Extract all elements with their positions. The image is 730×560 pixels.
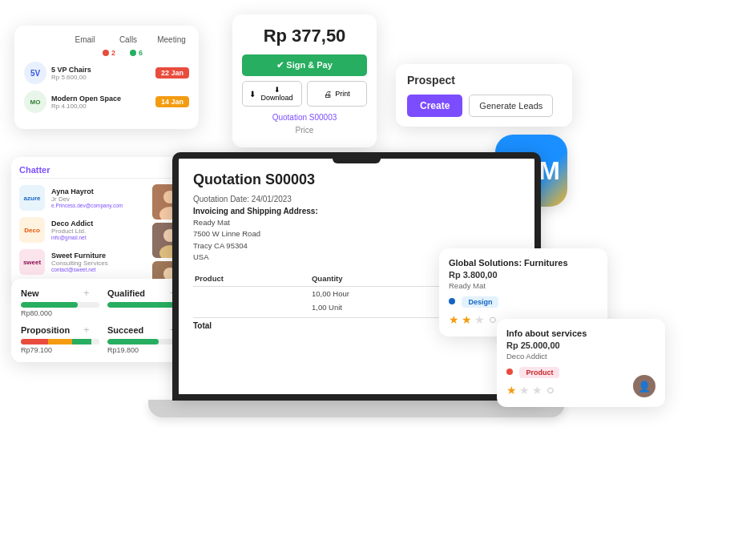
price-amount: Rp 377,50 — [242, 26, 367, 46]
activity-row-1: 5V 5 VP Chairs Rp 5.600,00 22 Jan — [24, 62, 189, 84]
quotation-link[interactable]: Quotation S00003 — [242, 113, 367, 122]
is-title: Info about services — [506, 328, 655, 338]
is-customer: Deco Addict — [506, 352, 655, 361]
sign-pay-button[interactable]: ✔ Sign & Pay — [242, 54, 367, 76]
kanban-label-new: New — [21, 288, 79, 298]
dot-indicator-calls: 6 — [130, 49, 143, 57]
kanban-bar-proposition — [21, 339, 99, 344]
gs-price: Rp 3.800,00 — [449, 270, 598, 280]
col-email: Email — [71, 35, 99, 44]
quotation-date: Quotation Date: 24/01/2023 — [193, 195, 520, 203]
is-star-1: ★ — [506, 384, 517, 397]
circle-icon: ○ — [489, 312, 497, 327]
is-star-3: ★ — [532, 384, 542, 397]
is-price: Rp 25.000,00 — [506, 340, 655, 350]
gs-tag: Design — [462, 296, 498, 308]
kanban-plus-new[interactable]: + — [83, 287, 90, 299]
activity-badges-1: 22 Jan — [155, 67, 189, 79]
dot-green — [130, 50, 136, 56]
is-star-2: ★ — [519, 384, 530, 397]
contact-logo-deco: Deco — [19, 217, 45, 243]
badge-22jan: 22 Jan — [155, 67, 189, 79]
gs-legend-dot — [449, 298, 455, 304]
is-circle-icon: ○ — [546, 383, 555, 397]
col-empty — [300, 271, 310, 287]
print-icon: 🖨 — [324, 90, 332, 99]
activity-name-1: 5 VP Chairs — [51, 66, 151, 74]
kanban-label-proposition: Proposition — [21, 325, 79, 335]
is-tag: Product — [519, 367, 559, 378]
gs-title: Global Solutions: Furnitures — [449, 258, 598, 268]
activity-info-1: 5 VP Chairs Rp 5.600,00 — [51, 66, 151, 81]
avatar-modern: MO — [24, 91, 46, 113]
dot-red — [103, 50, 109, 56]
generate-leads-button[interactable]: Generate Leads — [469, 95, 553, 117]
kanban-new: New + Rp80.000 — [21, 287, 99, 317]
star-2: ★ — [462, 313, 472, 326]
download-button[interactable]: ⬇ ⬇ Download — [242, 81, 302, 107]
activity-info-2: Modern Open Space Rp 4.100,00 — [51, 95, 151, 110]
star-3: ★ — [474, 313, 485, 326]
info-services-card: Info about services Rp 25.000,00 Deco Ad… — [497, 319, 665, 407]
activity-price-1: Rp 5.600,00 — [51, 74, 151, 81]
contact-info-2: Deco Addict Product Ltd. info@gmail.net — [51, 220, 93, 240]
prospect-buttons: Create Generate Leads — [407, 95, 561, 117]
activity-card: Email Calls Meeting 2 6 5V 5 VP Chairs R… — [14, 26, 199, 129]
contact-row-1: azure Ayna Hayrot Jr Dev e.Princess.dev@… — [19, 185, 143, 211]
badge-14jan: 14 Jan — [155, 96, 189, 107]
activity-badges-2: 14 Jan — [155, 96, 189, 107]
gs-customer: Ready Mat — [449, 281, 598, 290]
col-calls: Calls — [114, 35, 143, 44]
avatar-5vp: 5V — [24, 62, 46, 84]
laptop-notch — [333, 159, 381, 163]
is-tag-wrap: Product — [506, 364, 655, 383]
btn-row: ⬇ ⬇ Download 🖨 Print — [242, 81, 367, 107]
prospect-card: Prospect Create Generate Leads — [396, 64, 572, 127]
prospect-title: Prospect — [407, 74, 561, 87]
activity-row-2: MO Modern Open Space Rp 4.100,00 14 Jan — [24, 91, 189, 113]
activity-price-2: Rp 4.100,00 — [51, 103, 151, 110]
create-button[interactable]: Create — [407, 95, 462, 117]
kanban-proposition: Proposition + Rp79.100 — [21, 324, 99, 354]
price-card: Rp 377,50 ✔ Sign & Pay ⬇ ⬇ Download 🖨 Pr… — [232, 14, 377, 147]
kanban-amount-proposition: Rp79.100 — [21, 346, 99, 354]
kanban-amount-new: Rp80.000 — [21, 309, 99, 317]
contact-row-3: sweet Sweet Furniture Consulting Service… — [19, 249, 143, 275]
download-icon: ⬇ — [249, 90, 256, 99]
price-label: Price — [296, 126, 314, 135]
activity-name-2: Modern Open Space — [51, 95, 151, 103]
dot-indicator-email: 2 — [103, 49, 115, 57]
contact-info-1: Ayna Hayrot Jr Dev e.Princess.dev@compan… — [51, 187, 123, 208]
print-button[interactable]: 🖨 Print — [307, 81, 367, 107]
user-avatar: 👤 — [633, 375, 655, 397]
kanban-plus-proposition[interactable]: + — [83, 324, 90, 336]
col-quantity: Quantity — [310, 271, 446, 287]
quotation-title: Quotation S00003 — [193, 171, 520, 188]
star-1: ★ — [449, 313, 459, 326]
col-meeting: Meeting — [157, 35, 186, 44]
quotation-address-header: Invoicing and Shipping Address: — [193, 207, 520, 216]
gs-tag-wrap: Design — [449, 293, 598, 312]
col-product: Product — [193, 271, 300, 287]
is-legend-dot — [506, 369, 513, 375]
col-headers: Email Calls Meeting — [24, 35, 189, 44]
kanban-bar-new — [21, 302, 99, 308]
contact-row-2: Deco Deco Addict Product Ltd. info@gmail… — [19, 217, 143, 243]
contact-info-3: Sweet Furniture Consulting Services cont… — [51, 252, 108, 272]
contact-logo-azure: azure — [19, 185, 45, 211]
contact-logo-sweet: sweet — [19, 249, 45, 275]
